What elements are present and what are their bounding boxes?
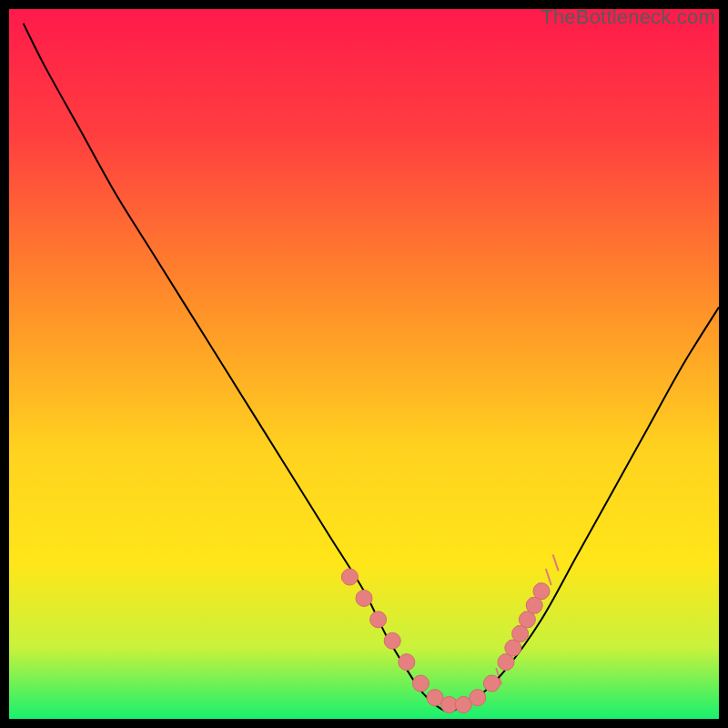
highlight-point [533,583,550,600]
gradient-background [9,9,719,719]
highlight-point [370,612,387,628]
chart-svg [9,9,719,719]
highlight-point [356,590,372,606]
highlight-point [483,675,500,692]
chart-container: TheBottleneck.com [0,0,728,728]
plot-area [9,9,719,719]
highlight-point [470,690,486,706]
highlight-point [341,569,358,585]
highlight-point [412,675,429,692]
highlight-point [384,632,400,649]
watermark-text: TheBottleneck.com [541,5,715,29]
highlight-point [399,654,415,671]
